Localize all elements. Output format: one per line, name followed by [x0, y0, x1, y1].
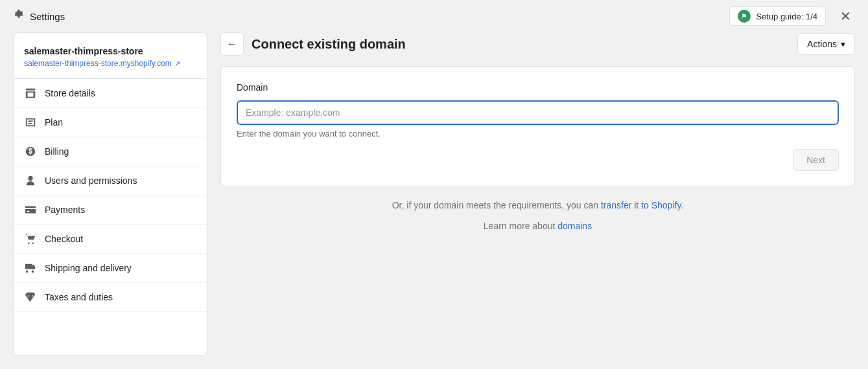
back-button[interactable]: ←	[220, 32, 244, 56]
sidebar-item-shipping-delivery[interactable]: Shipping and delivery	[14, 254, 207, 283]
sidebar-item-plan[interactable]: Plan	[14, 108, 207, 137]
domain-card: Domain Enter the domain you want to conn…	[220, 66, 855, 187]
store-name: salemaster-thimpress-store	[24, 46, 196, 56]
plan-icon	[24, 116, 37, 129]
sidebar-item-label: Checkout	[45, 234, 83, 244]
transfer-suffix: .	[681, 200, 683, 210]
top-bar: Settings ⚑ Setup guide: 1/4 ✕	[0, 0, 868, 32]
sidebar-item-checkout[interactable]: Checkout	[14, 225, 207, 254]
actions-button[interactable]: Actions ▾	[797, 33, 855, 55]
store-info: salemaster-thimpress-store salemaster-th…	[14, 33, 207, 79]
checkout-icon	[24, 232, 37, 245]
sidebar-item-label: Users and permissions	[45, 175, 137, 186]
billing-icon	[24, 145, 37, 158]
actions-label: Actions	[807, 39, 837, 49]
chevron-down-icon: ▾	[841, 39, 845, 49]
page-header: ← Connect existing domain Actions ▾	[220, 32, 855, 56]
sidebar-item-label: Payments	[45, 205, 85, 215]
transfer-link[interactable]: transfer it to Shopify	[601, 200, 681, 210]
shipping-icon	[24, 262, 37, 274]
or-text-content: Or, if your domain meets the requirement…	[392, 200, 601, 210]
sidebar-item-taxes-duties[interactable]: Taxes and duties	[14, 283, 207, 312]
sidebar: salemaster-thimpress-store salemaster-th…	[13, 32, 207, 356]
setup-guide-badge[interactable]: ⚑ Setup guide: 1/4	[729, 6, 826, 26]
sidebar-item-label: Plan	[45, 117, 63, 128]
close-button[interactable]: ✕	[836, 7, 855, 25]
external-link-icon: ↗	[174, 60, 180, 68]
transfer-text: Or, if your domain meets the requirement…	[220, 200, 855, 210]
main-layout: salemaster-thimpress-store salemaster-th…	[0, 32, 868, 369]
gear-icon	[13, 9, 25, 24]
sidebar-item-billing[interactable]: Billing	[14, 137, 207, 166]
next-btn-row: Next	[237, 149, 839, 171]
page-title: Connect existing domain	[252, 37, 406, 52]
sidebar-item-label: Shipping and delivery	[45, 263, 132, 273]
setup-guide-label: Setup guide: 1/4	[756, 12, 817, 21]
sidebar-item-label: Taxes and duties	[45, 292, 113, 302]
store-details-icon	[24, 87, 37, 100]
sidebar-item-payments[interactable]: Payments	[14, 196, 207, 225]
sidebar-item-label: Billing	[45, 146, 69, 157]
domain-input[interactable]	[237, 100, 839, 125]
domain-section-label: Domain	[237, 82, 839, 93]
nav-list: Store details Plan Billing Users and per…	[14, 79, 207, 312]
page-settings-title: Settings	[30, 11, 65, 22]
learn-text-content: Learn more about	[484, 221, 557, 231]
domain-hint: Enter the domain you want to connect.	[237, 129, 839, 139]
sidebar-item-users-permissions[interactable]: Users and permissions	[14, 166, 207, 196]
sidebar-item-store-details[interactable]: Store details	[14, 79, 207, 108]
users-icon	[24, 174, 37, 187]
taxes-icon	[24, 291, 37, 304]
sidebar-item-label: Store details	[45, 88, 95, 98]
learn-more-text: Learn more about domains	[220, 221, 855, 231]
top-bar-left: Settings	[13, 9, 65, 24]
top-bar-right: ⚑ Setup guide: 1/4 ✕	[729, 6, 855, 26]
next-button[interactable]: Next	[793, 149, 839, 171]
flag-icon: ⚑	[738, 10, 751, 23]
page-header-left: ← Connect existing domain	[220, 32, 406, 56]
payments-icon	[24, 203, 37, 216]
content-area: ← Connect existing domain Actions ▾ Doma…	[220, 32, 855, 356]
store-url-link[interactable]: salemaster-thimpress-store.myshopify.com…	[24, 59, 196, 68]
domains-link[interactable]: domains	[557, 221, 592, 231]
